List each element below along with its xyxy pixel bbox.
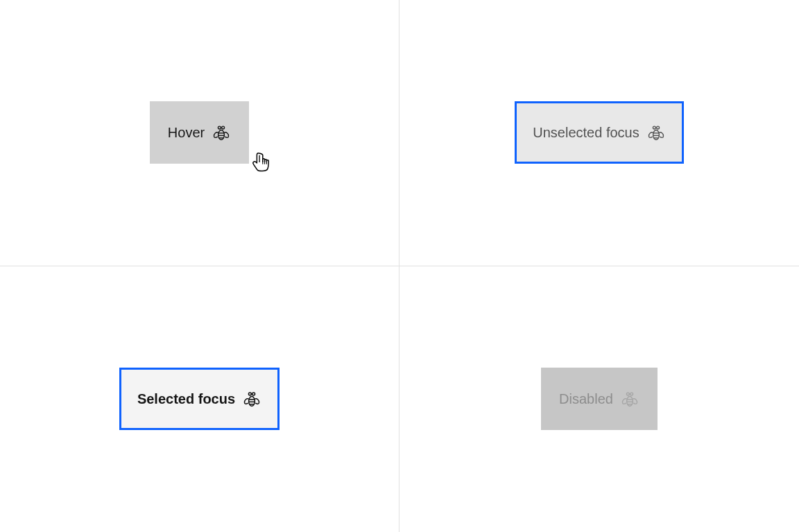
svg-point-4 (218, 126, 221, 129)
svg-point-14 (653, 126, 655, 129)
bee-icon (212, 123, 231, 142)
svg-point-20 (249, 393, 252, 395)
tab-unselected-focus[interactable]: Unselected focus (515, 101, 683, 164)
bee-icon (620, 389, 639, 409)
svg-point-15 (656, 126, 659, 129)
cell-selected-focus: Selected focus (0, 266, 400, 533)
bee-icon (242, 389, 261, 409)
states-grid: Hover (0, 0, 799, 532)
tab-label: Hover (168, 125, 205, 141)
tab-label: Selected focus (137, 391, 235, 407)
tab-label: Unselected focus (533, 125, 639, 141)
pointer-cursor-icon (250, 151, 271, 173)
tab-disabled: Disabled (541, 368, 658, 430)
svg-point-21 (252, 393, 255, 395)
tab-selected-focus[interactable]: Selected focus (119, 368, 280, 430)
cell-unselected-focus: Unselected focus (400, 0, 799, 266)
svg-point-26 (626, 393, 629, 395)
cell-hover: Hover (0, 0, 400, 266)
svg-point-5 (222, 126, 225, 129)
bee-icon (646, 123, 666, 142)
cell-disabled: Disabled (400, 266, 799, 533)
svg-point-27 (630, 393, 633, 395)
tab-label: Disabled (559, 391, 613, 407)
tab-hover[interactable]: Hover (150, 101, 249, 164)
